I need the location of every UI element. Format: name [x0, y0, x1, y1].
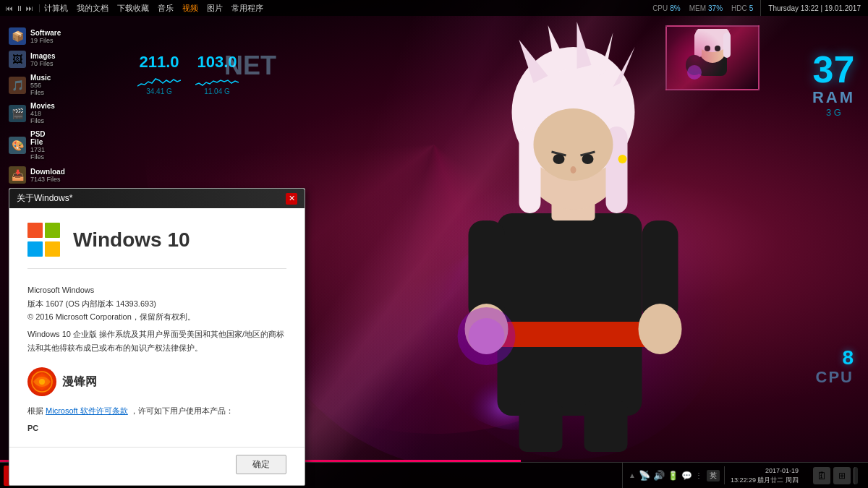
- music-label: Music: [30, 74, 54, 82]
- manfeng-logo: 漫锋网: [27, 367, 286, 396]
- product-name: Microsoft Windows: [27, 283, 286, 297]
- dialog-close-button[interactable]: ✕: [286, 193, 297, 205]
- dialog-footer: 确定: [9, 447, 305, 485]
- media-pause[interactable]: ⏸: [16, 4, 23, 12]
- sys-tray: ▲ 📡 🔊 🔋 💬 ⋮: [629, 470, 702, 481]
- pc-label: PC: [27, 424, 38, 432]
- manfeng-icon: [27, 367, 56, 396]
- net-values: 211.0 34.41 G 103.0 11.04 G NET: [137, 54, 239, 95]
- taskbar-top: ⏮ ⏸ ⏭ 计算机 我的文档 下载收藏 音乐 视频 图片 常用程序 CPU 8%…: [0, 0, 868, 16]
- sidebar-item-images[interactable]: 🖼 Images 70 Files: [6, 48, 56, 70]
- download-count: 7143 Files: [30, 176, 65, 183]
- images-icon: 🖼: [9, 51, 26, 68]
- psd-count: 1731 Files: [30, 146, 54, 160]
- tray-network-icon[interactable]: 📡: [639, 470, 650, 481]
- download-label: Download: [30, 168, 65, 176]
- tray-battery-icon[interactable]: 🔋: [668, 471, 678, 481]
- tray-speaker-icon[interactable]: 🔊: [653, 470, 665, 481]
- net-val1: 211.0: [139, 54, 179, 70]
- sidebar-item-movies[interactable]: 🎬 Movies 418 Files: [6, 100, 56, 127]
- net-sub1: 34.41 G: [146, 87, 172, 95]
- tray-chat-icon[interactable]: 💬: [681, 471, 692, 481]
- ok-button[interactable]: 确定: [236, 455, 286, 474]
- software-label: Software: [30, 29, 61, 37]
- movies-icon: 🎬: [9, 105, 26, 122]
- music-count: 556 Files: [30, 82, 54, 96]
- movies-label: Movies: [30, 102, 55, 110]
- taskbar-right: ▲ 📡 🔊 🔋 💬 ⋮ 英 2017-01-19 13:22:29 腊月廿二 周…: [622, 463, 868, 488]
- cpu-stats-area: CPU 8% MEM 37% HDC 5: [652, 4, 760, 12]
- license-prefix: 根据: [27, 406, 43, 415]
- license-suffix: ，许可如下用户使用本产品：: [130, 406, 234, 415]
- menu-common[interactable]: 常用程序: [227, 3, 268, 14]
- cpu-stat-label: CPU: [652, 4, 668, 12]
- top-clock-text: Thursday 13:22 | 19.01.2017: [768, 4, 861, 12]
- product-version: 版本 1607 (OS 内部版本 14393.693): [27, 297, 286, 311]
- logo-pane-red: [27, 223, 43, 238]
- tray-upload-icon: ▲: [629, 471, 636, 479]
- music-icon: 🎵: [9, 77, 26, 94]
- cpu-widget: 8 CPU: [816, 348, 854, 387]
- net-label: NET: [224, 51, 276, 81]
- dialog-header: Windows 10: [27, 223, 286, 269]
- sidebar-item-psd[interactable]: 🎨 PSD File 1731 Files: [6, 128, 56, 163]
- menu-computer[interactable]: 计算机: [40, 3, 72, 14]
- ram-number: 37: [812, 51, 855, 88]
- cpu-number: 8: [816, 348, 854, 368]
- dock-icon-1[interactable]: 🗓: [813, 467, 830, 484]
- images-label: Images: [30, 52, 55, 60]
- net-monitor: 211.0 34.41 G 103.0 11.04 G NET: [137, 54, 239, 95]
- clock-date: 2017-01-19: [731, 466, 799, 476]
- ram-sub: 3 G: [812, 107, 855, 118]
- net-sub2: 11.04 G: [204, 87, 230, 95]
- mem-stat: MEM 37%: [689, 4, 723, 12]
- mem-stat-val: 37%: [708, 4, 723, 12]
- menu-images[interactable]: 图片: [203, 3, 227, 14]
- media-next[interactable]: ⏭: [26, 4, 33, 12]
- menu-video[interactable]: 视频: [178, 3, 203, 14]
- svg-point-41: [39, 379, 45, 385]
- desktop: ⏮ ⏸ ⏭ 计算机 我的文档 下载收藏 音乐 视频 图片 常用程序 CPU 8%…: [0, 0, 868, 488]
- clock-time: 13:22:29 腊月廿二 周四: [731, 476, 799, 485]
- media-controls: ⏮ ⏸ ⏭: [0, 4, 40, 12]
- menu-mydocs[interactable]: 我的文档: [72, 3, 113, 14]
- license-link[interactable]: Microsoft 软件许可条款: [46, 406, 128, 415]
- ram-widget: 37 RAM 3 G: [812, 51, 855, 118]
- hdc-stat: HDC 5: [731, 4, 753, 12]
- lang-badge[interactable]: 英: [707, 470, 720, 481]
- menu-music[interactable]: 音乐: [153, 3, 178, 14]
- dialog-title: 关于Windows*: [17, 192, 72, 205]
- menu-downloads[interactable]: 下载收藏: [113, 3, 153, 14]
- sidebar-item-download[interactable]: 📥 Download 7143 Files: [6, 164, 56, 186]
- sidebar-item-software[interactable]: 📦 Software 19 Files: [6, 25, 56, 47]
- movies-count: 418 Files: [30, 110, 55, 124]
- copyright: © 2016 Microsoft Corporation，保留所有权利。: [27, 310, 286, 324]
- dock-icon-2[interactable]: ⊞: [833, 467, 851, 484]
- dialog-license: 根据 Microsoft 软件许可条款 ，许可如下用户使用本产品：: [27, 405, 286, 418]
- enterprise-note: Windows 10 企业版 操作系统及其用户界面受美国和其他国家/地区的商标法…: [27, 328, 286, 354]
- sidebar-item-music[interactable]: 🎵 Music 556 Files: [6, 72, 56, 98]
- net-col-1: 211.0 34.41 G: [137, 54, 181, 95]
- thumb-inner: [667, 27, 758, 89]
- images-count: 70 Files: [30, 60, 55, 67]
- dialog-pc: PC: [27, 424, 286, 432]
- show-desktop-button[interactable]: [854, 467, 858, 484]
- thumb-energy: [667, 29, 725, 87]
- dialog-body: Windows 10 Microsoft Windows 版本 1607 (OS…: [9, 208, 305, 447]
- about-windows-dialog: 关于Windows* ✕ Windows 10 Microsoft Window…: [9, 188, 305, 486]
- download-icon: 📥: [9, 166, 26, 184]
- system-clock[interactable]: 2017-01-19 13:22:29 腊月廿二 周四: [724, 466, 804, 484]
- logo-pane-green: [45, 223, 60, 238]
- cpu-stat: CPU 8%: [652, 4, 681, 12]
- ram-label: RAM: [812, 88, 855, 107]
- manfeng-name: 漫锋网: [62, 374, 97, 390]
- mem-stat-label: MEM: [689, 4, 706, 12]
- thumbnail-widget: [665, 25, 760, 90]
- tray-more-icon[interactable]: ⋮: [695, 471, 702, 479]
- windows-logo: [27, 223, 62, 257]
- software-count: 19 Files: [30, 37, 61, 44]
- cpu-stat-val: 8%: [670, 4, 680, 12]
- dock-icons: 🗓 ⊞: [809, 467, 862, 484]
- media-prev[interactable]: ⏮: [6, 4, 13, 12]
- windows-title: Windows 10: [73, 228, 190, 252]
